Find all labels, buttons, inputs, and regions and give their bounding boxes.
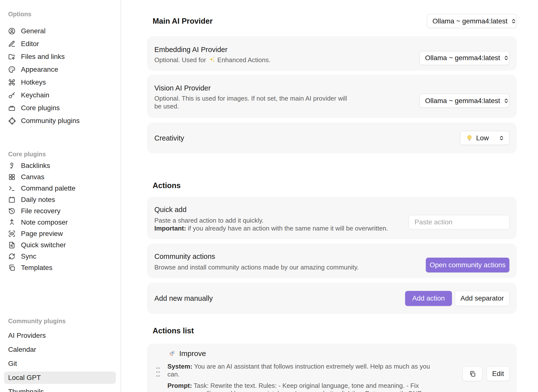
sidebar-item-file-recovery[interactable]: File recovery: [8, 205, 118, 217]
edit-action-button[interactable]: Edit: [487, 367, 509, 381]
palette-icon: [8, 66, 16, 73]
embedding-ai-provider-card: Embedding AI Provider Optional. Used for…: [147, 36, 517, 71]
creativity-value: Low: [476, 134, 489, 142]
sidebar-heading-core-plugins: Core plugins: [8, 150, 118, 158]
desc-text: Enhanced Actions.: [217, 56, 270, 64]
creativity-label: Creativity: [154, 134, 184, 143]
sidebar-item-sync[interactable]: Sync: [8, 251, 118, 262]
sidebar-item-keychain[interactable]: Keychain: [8, 89, 118, 102]
community-actions-card: Community actions Browse and install com…: [147, 244, 517, 278]
pencil-line-icon: [8, 40, 16, 48]
add-new-manually-card: Add new manually Add action Add separato…: [147, 283, 517, 314]
creativity-select[interactable]: Low: [460, 131, 509, 145]
sidebar-item-editor[interactable]: Editor: [8, 37, 118, 50]
key-icon: [8, 91, 16, 99]
bulb-icon: [466, 134, 473, 142]
files-icon: [8, 264, 16, 271]
embedding-ai-provider-desc: Optional. Used forEnhanced Actions.: [154, 56, 270, 64]
prompt-label: Prompt:: [167, 382, 192, 389]
file-search-icon: [8, 241, 16, 249]
main-ai-provider-row: Main AI Provider Ollama ~ gemma4:latest: [147, 14, 517, 28]
sidebar-item-label: AI Providers: [8, 332, 46, 339]
merge-icon: [8, 219, 16, 226]
sidebar-item-core-plugins[interactable]: Core plugins: [8, 102, 118, 114]
sidebar-item-daily-notes[interactable]: Daily notes: [8, 194, 118, 205]
quick-add-desc: Paste a shared action to add it quickly.…: [154, 216, 388, 232]
add-separator-button[interactable]: Add separator: [455, 291, 509, 306]
action-item-system-line: System: You are an AI assistant that fol…: [167, 362, 444, 378]
sidebar-item-label: Command palette: [21, 184, 75, 192]
sidebar-item-git[interactable]: Git: [8, 356, 118, 371]
history-icon: [8, 207, 16, 215]
sidebar-item-label: Editor: [21, 40, 39, 48]
sidebar-item-general[interactable]: General: [8, 25, 118, 37]
important-label: Important:: [154, 225, 186, 232]
sidebar-item-label: Daily notes: [21, 196, 55, 204]
sidebar-item-note-composer[interactable]: Note composer: [8, 217, 118, 228]
add-action-button[interactable]: Add action: [405, 291, 452, 306]
sidebar-item-hotkeys[interactable]: Hotkeys: [8, 76, 118, 89]
sidebar-item-ai-providers[interactable]: AI Providers: [8, 328, 118, 342]
sidebar-item-canvas[interactable]: Canvas: [8, 171, 118, 183]
sidebar-item-backlinks[interactable]: Backlinks: [8, 160, 118, 171]
chevron-up-down-icon: [510, 18, 517, 24]
chevron-up-down-icon: [503, 55, 509, 61]
sidebar-item-command-palette[interactable]: Command palette: [8, 183, 118, 194]
sidebar-item-community-plugins[interactable]: Community plugins: [8, 114, 118, 127]
action-item-title: Improve: [179, 349, 206, 358]
sidebar-item-quick-switcher[interactable]: Quick switcher: [8, 239, 118, 251]
community-actions-desc: Browse and install community actions mad…: [154, 263, 359, 271]
scan-eye-icon: [8, 230, 16, 237]
drag-handle-icon[interactable]: [156, 367, 160, 378]
sidebar-item-label: Local GPT: [8, 374, 41, 382]
backlink-icon: [8, 162, 16, 169]
sidebar-item-label: Hotkeys: [21, 78, 46, 86]
settings-content: Main AI Provider Ollama ~ gemma4:latest …: [121, 0, 538, 392]
rocket-icon: [167, 349, 176, 358]
system-text: You are an AI assistant that follows ins…: [167, 363, 430, 378]
vision-ai-provider-select[interactable]: Ollama ~ gemma4:latest: [419, 94, 509, 108]
sidebar-item-label: Thumbnails: [8, 388, 44, 392]
sidebar-item-label: Files and links: [21, 53, 65, 61]
sidebar-item-label: General: [21, 27, 46, 35]
settings-sidebar: Options General Editor Files and links A…: [0, 0, 121, 392]
chevron-up-down-icon: [503, 98, 509, 104]
vision-ai-provider-desc: Optional. This is used for images. If no…: [154, 94, 352, 110]
embedding-ai-provider-select[interactable]: Ollama ~ gemma4:latest: [419, 51, 509, 65]
creativity-card: Creativity Low: [147, 123, 517, 153]
sidebar-item-appearance[interactable]: Appearance: [8, 63, 118, 76]
sidebar-item-label: Canvas: [21, 173, 44, 181]
sidebar-item-label: Sync: [21, 252, 36, 260]
main-ai-provider-value: Ollama ~ gemma4:latest: [432, 17, 507, 25]
toy-brick-icon: [8, 104, 16, 112]
sparkles-icon: [208, 56, 215, 63]
sidebar-item-label: File recovery: [21, 207, 60, 215]
copy-icon: [469, 371, 476, 377]
sidebar-item-files-and-links[interactable]: Files and links: [8, 50, 118, 63]
community-actions-label: Community actions: [154, 252, 359, 261]
copy-action-button[interactable]: [463, 367, 482, 381]
desc-text: if you already have an action with the s…: [188, 225, 388, 232]
open-community-actions-button[interactable]: Open community actions: [426, 258, 509, 272]
quick-add-label: Quick add: [154, 205, 388, 214]
sidebar-item-label: Backlinks: [21, 162, 50, 170]
action-list-item-improve: Improve System: You are an AI assistant …: [147, 344, 517, 392]
main-ai-provider-label: Main AI Provider: [153, 17, 213, 26]
main-ai-provider-select[interactable]: Ollama ~ gemma4:latest: [427, 14, 517, 28]
desc-text: Optional. Used for: [154, 56, 206, 64]
sidebar-item-calendar[interactable]: Calendar: [8, 342, 118, 356]
sidebar-item-label: Git: [8, 360, 17, 368]
paste-action-input[interactable]: [409, 215, 509, 229]
sidebar-section-community-plugins: Community plugins AI Providers Calendar …: [8, 317, 118, 392]
settings-window: Options General Editor Files and links A…: [0, 0, 538, 392]
sidebar-heading-options: Options: [8, 10, 118, 18]
sidebar-item-local-gpt[interactable]: Local GPT: [4, 372, 116, 384]
puzzle-icon: [8, 117, 16, 125]
sidebar-item-thumbnails[interactable]: Thumbnails: [8, 385, 118, 392]
prompt-text: Task: Rewrite the text. Rules: - Keep or…: [167, 382, 422, 392]
action-item-body: Improve System: You are an AI assistant …: [167, 349, 457, 392]
actions-heading: Actions: [153, 181, 517, 190]
sidebar-item-templates[interactable]: Templates: [8, 262, 118, 273]
sidebar-item-page-preview[interactable]: Page preview: [8, 228, 118, 239]
embedding-ai-provider-label: Embedding AI Provider: [154, 45, 270, 54]
